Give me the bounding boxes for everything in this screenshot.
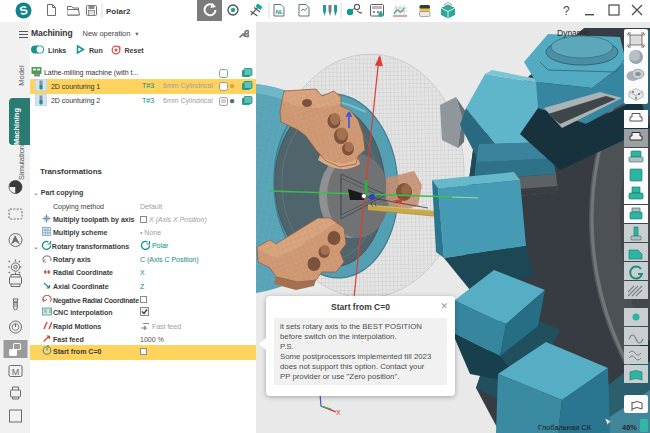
svg-text:X: X [336,409,341,416]
svg-text:46%: 46% [622,423,637,432]
svg-text:NL: NL [276,9,284,15]
svg-text:?: ? [563,4,570,18]
svg-text:Глобальная СК: Глобальная СК [538,423,592,432]
svg-text:Dynamic: Dynamic [557,28,591,38]
svg-text:M: M [12,367,20,377]
svg-text:Polar2: Polar2 [106,7,131,16]
